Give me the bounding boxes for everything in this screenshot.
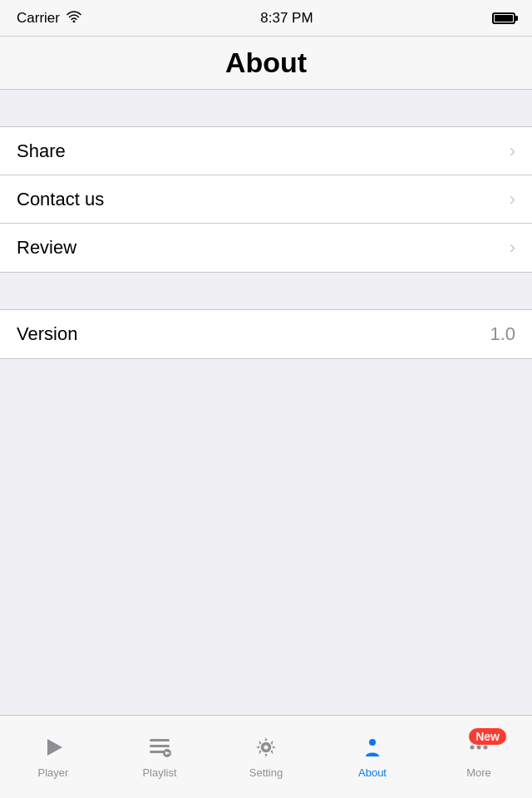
svg-point-9	[369, 739, 376, 746]
middle-spacer	[0, 273, 532, 309]
review-label: Review	[17, 237, 76, 259]
share-chevron-icon: ›	[510, 140, 515, 162]
tab-player[interactable]: Player	[0, 716, 106, 798]
playlist-icon	[147, 735, 172, 763]
tab-more[interactable]: New More	[426, 716, 532, 798]
tab-about[interactable]: About	[319, 716, 426, 798]
svg-point-11	[477, 746, 481, 750]
more-tab-label: More	[466, 766, 491, 779]
share-label: Share	[17, 140, 66, 162]
content-area: Share › Contact us › Review › Version 1.…	[0, 90, 532, 359]
version-value: 1.0	[490, 323, 515, 345]
share-row[interactable]: Share ›	[0, 127, 532, 175]
player-tab-label: Player	[38, 766, 69, 779]
version-label: Version	[17, 323, 77, 345]
svg-point-12	[484, 746, 488, 750]
player-icon	[41, 735, 66, 763]
status-bar: Carrier 8:37 PM	[0, 0, 532, 37]
tab-setting[interactable]: Setting	[213, 716, 319, 798]
review-chevron-icon: ›	[510, 237, 515, 259]
playlist-tab-label: Playlist	[142, 766, 176, 779]
carrier-label: Carrier	[17, 10, 60, 27]
nav-bar: About	[0, 37, 532, 90]
version-row: Version 1.0	[0, 310, 532, 358]
tab-playlist[interactable]: Playlist	[106, 716, 213, 798]
review-row[interactable]: Review ›	[0, 224, 532, 272]
svg-rect-1	[150, 739, 170, 741]
action-section: Share › Contact us › Review ›	[0, 126, 532, 273]
svg-point-8	[264, 746, 268, 750]
contact-us-row[interactable]: Contact us ›	[0, 175, 532, 224]
page-title: About	[225, 47, 307, 79]
wifi-icon	[66, 10, 81, 27]
setting-icon	[254, 735, 278, 763]
new-badge: New	[469, 728, 506, 745]
about-tab-label: About	[358, 766, 387, 779]
tab-bar: Player Playlist	[0, 715, 532, 798]
battery-indicator	[492, 12, 515, 24]
about-icon	[360, 735, 385, 763]
svg-marker-0	[47, 739, 62, 756]
contact-chevron-icon: ›	[510, 189, 515, 210]
more-icon-container: New	[466, 735, 491, 763]
top-spacer	[0, 90, 532, 126]
contact-us-label: Contact us	[17, 189, 104, 210]
version-section: Version 1.0	[0, 309, 532, 359]
svg-point-10	[470, 746, 475, 750]
setting-tab-label: Setting	[249, 766, 283, 779]
status-left: Carrier	[17, 10, 81, 27]
svg-rect-2	[150, 745, 170, 747]
status-time: 8:37 PM	[260, 10, 313, 27]
